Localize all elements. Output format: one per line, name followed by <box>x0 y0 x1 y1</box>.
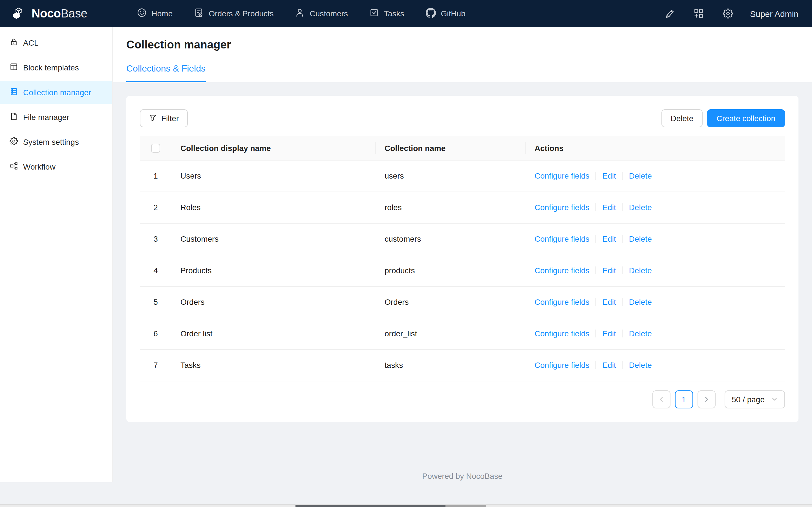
table-row: 1 Users users Configure fieldsEditDelete <box>140 160 785 191</box>
cell-collection-name: customers <box>375 223 525 255</box>
nav-label: Customers <box>310 9 348 18</box>
edit-link[interactable]: Edit <box>603 266 616 275</box>
page-size-select[interactable]: 50 / page <box>724 390 785 408</box>
table-toolbar: Filter Delete Create collection <box>140 109 785 127</box>
top-navigation: Home Orders & Products <box>137 8 465 19</box>
cell-collection-name: Orders <box>375 286 525 318</box>
edit-link[interactable]: Edit <box>603 171 616 180</box>
topbar-right: Super Admin <box>664 8 799 18</box>
row-index: 1 <box>140 160 171 191</box>
check-square-icon <box>369 8 379 19</box>
nav-item-customers[interactable]: Customers <box>295 8 348 19</box>
pagination: 1 50 / page <box>140 390 785 408</box>
select-all-checkbox[interactable] <box>151 144 160 153</box>
sidebar-column: ACL Block templates <box>0 27 113 507</box>
filter-funnel-icon <box>149 114 157 123</box>
row-index: 6 <box>140 318 171 349</box>
nav-label: Tasks <box>384 9 404 18</box>
configure-fields-link[interactable]: Configure fields <box>535 234 590 243</box>
divider <box>596 330 596 337</box>
divider <box>622 330 623 337</box>
edit-link[interactable]: Edit <box>603 234 616 243</box>
ui-editor-highlighter-icon[interactable] <box>664 8 674 18</box>
page-number-1[interactable]: 1 <box>675 390 693 408</box>
table-row: 2 Roles roles Configure fieldsEditDelete <box>140 191 785 223</box>
user-icon <box>295 8 305 19</box>
column-header-actions: Actions <box>525 136 785 160</box>
delete-link[interactable]: Delete <box>629 203 652 212</box>
configure-fields-link[interactable]: Configure fields <box>535 360 590 370</box>
chevron-left-icon <box>658 396 665 402</box>
database-icon <box>10 87 18 98</box>
configure-fields-link[interactable]: Configure fields <box>535 329 590 338</box>
divider <box>596 203 596 211</box>
divider <box>622 298 623 306</box>
divider <box>622 203 623 211</box>
configure-fields-link[interactable]: Configure fields <box>535 266 590 275</box>
nav-item-github[interactable]: GitHub <box>426 8 465 19</box>
prev-page-button[interactable] <box>652 390 670 408</box>
filter-button-label: Filter <box>161 114 179 123</box>
nav-item-tasks[interactable]: Tasks <box>369 8 404 19</box>
filter-button[interactable]: Filter <box>140 109 188 127</box>
sidebar-item-system-settings[interactable]: System settings <box>0 131 112 153</box>
tab-bar: Collections & Fields <box>126 64 799 82</box>
divider <box>596 235 596 243</box>
user-menu[interactable]: Super Admin <box>750 9 799 18</box>
delete-link[interactable]: Delete <box>629 360 652 370</box>
delete-link[interactable]: Delete <box>629 266 652 275</box>
sidebar-item-block-templates[interactable]: Block templates <box>0 56 112 79</box>
configure-fields-link[interactable]: Configure fields <box>535 171 590 180</box>
nav-item-home[interactable]: Home <box>137 8 173 19</box>
sidebar-item-collection-manager[interactable]: Collection manager <box>0 81 112 104</box>
nocobase-logo[interactable]: NocoBase <box>11 6 87 21</box>
sidebar-item-file-manager[interactable]: File manager <box>0 106 112 128</box>
create-collection-button[interactable]: Create collection <box>707 109 785 127</box>
cell-collection-name: users <box>375 160 525 191</box>
page-size-value: 50 / page <box>732 395 765 404</box>
profile-icon <box>194 8 204 19</box>
sidebar-item-label: Workflow <box>23 162 56 171</box>
page-header: Collection manager Collections & Fields <box>113 27 812 82</box>
sidebar-item-label: Block templates <box>23 63 79 72</box>
divider <box>596 172 596 180</box>
delete-link[interactable]: Delete <box>629 297 652 306</box>
cell-display-name: Tasks <box>171 349 375 381</box>
delete-link[interactable]: Delete <box>629 234 652 243</box>
sidebar-item-acl[interactable]: ACL <box>0 32 112 54</box>
layout-icon <box>10 62 18 73</box>
settings-gear-icon[interactable] <box>723 8 733 18</box>
settings-sidebar: ACL Block templates <box>0 27 113 482</box>
cell-display-name: Order list <box>171 318 375 349</box>
lock-icon <box>10 38 18 48</box>
sidebar-item-label: File manager <box>23 113 69 122</box>
next-page-button[interactable] <box>697 390 715 408</box>
nav-label: GitHub <box>441 9 465 18</box>
edit-link[interactable]: Edit <box>603 360 616 370</box>
gear-icon <box>10 137 18 147</box>
edit-link[interactable]: Edit <box>603 297 616 306</box>
bulk-delete-button[interactable]: Delete <box>662 109 703 127</box>
cell-collection-name: products <box>375 255 525 286</box>
delete-link[interactable]: Delete <box>629 329 652 338</box>
tab-collections-fields[interactable]: Collections & Fields <box>126 64 206 82</box>
table-row: 7 Tasks tasks Configure fieldsEditDelete <box>140 349 785 381</box>
plugin-manager-appstore-add-icon[interactable] <box>694 8 704 18</box>
cell-display-name: Products <box>171 255 375 286</box>
cell-collection-name: tasks <box>375 349 525 381</box>
configure-fields-link[interactable]: Configure fields <box>535 203 590 212</box>
horizontal-scrollbar[interactable] <box>0 504 812 507</box>
delete-link[interactable]: Delete <box>629 171 652 180</box>
scrollbar-thumb[interactable] <box>296 505 446 507</box>
nav-item-orders-products[interactable]: Orders & Products <box>194 8 273 19</box>
smile-icon <box>137 8 147 19</box>
edit-link[interactable]: Edit <box>603 329 616 338</box>
collections-table: Collection display name Collection name … <box>140 136 785 381</box>
github-icon <box>426 8 436 19</box>
sidebar-item-workflow[interactable]: Workflow <box>0 156 112 178</box>
topbar: NocoBase Home <box>0 0 812 27</box>
collections-table-card: Filter Delete Create collection Coll <box>126 96 799 421</box>
configure-fields-link[interactable]: Configure fields <box>535 297 590 306</box>
edit-link[interactable]: Edit <box>603 203 616 212</box>
divider <box>596 298 596 306</box>
